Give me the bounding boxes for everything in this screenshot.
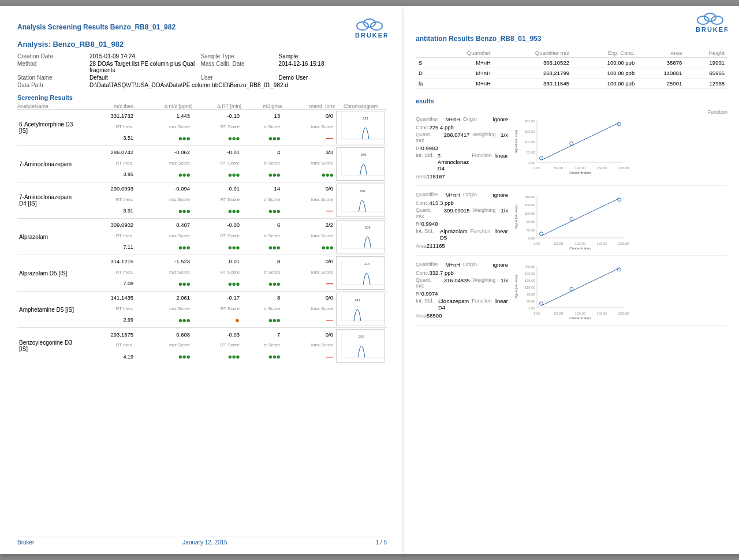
- quant-top-cell: 12968: [685, 79, 727, 89]
- calib-r2-label: R²: [416, 221, 421, 227]
- ions-score-value: ●●●: [282, 240, 335, 255]
- delta-rt-value: -0.01: [192, 182, 241, 195]
- calib-label: Function: [471, 228, 492, 241]
- quant-top-cell: 306.10522: [494, 58, 572, 68]
- rt-score-dots: ●●●: [192, 349, 241, 364]
- score-header-cell: RT theo.: [81, 341, 135, 349]
- calibration-block: QuantifierM+nHOriginignoreConc.332.7 ppb…: [416, 262, 727, 326]
- msigma-value: 8: [241, 292, 282, 304]
- calib-value: Alprazolam D5: [440, 228, 468, 241]
- mz-theo-value: 293.1575: [81, 328, 135, 341]
- svg-line-82: [542, 268, 619, 306]
- delta-mz-value: 0.608: [135, 328, 192, 341]
- calib-value: ignore: [493, 262, 508, 268]
- msigma-value: 6: [241, 219, 282, 232]
- svg-text:293: 293: [359, 335, 365, 338]
- score-header-cell: RT theo.: [81, 159, 135, 167]
- svg-point-63: [540, 232, 543, 236]
- calib-value: M+nH: [445, 192, 460, 198]
- score-header-cell: m/z Score: [135, 122, 192, 131]
- svg-text:52.00: 52.00: [527, 151, 536, 154]
- delta-rt-value: -0.10: [192, 110, 241, 122]
- rt-score-dots: ●●●: [192, 277, 241, 292]
- calib-label: Quantifier: [416, 262, 442, 268]
- svg-text:210.00: 210.00: [525, 195, 536, 199]
- mz-theo-value: 290.0993: [81, 182, 135, 195]
- mass-calib-label: Mass Calib. Date: [201, 61, 276, 73]
- method-label: Method: [17, 61, 87, 73]
- calib-label: Quant. m/z: [416, 207, 441, 219]
- calib-value: M+nH: [445, 116, 460, 122]
- mand-ions-value: 0/0: [282, 292, 335, 304]
- quant-top-cell: 19001: [685, 58, 727, 68]
- mz-score-dots: ●●●: [135, 313, 192, 328]
- score-header-cell: σ Score: [241, 304, 282, 313]
- analysis-title: Analysis: Benzo_RB8_01_982: [17, 40, 387, 48]
- calib-label: Weighting: [473, 132, 498, 143]
- svg-text:160.00: 160.00: [525, 203, 536, 207]
- page-footer: Bruker January 12, 2015 1 / 5: [17, 536, 387, 546]
- score-header-cell: Ions Score: [282, 232, 335, 240]
- score-header-cell: σ Score: [241, 341, 282, 349]
- svg-text:38.00: 38.00: [527, 300, 536, 303]
- calib-area-label: Area: [416, 243, 427, 249]
- bruker-logo-left: BRUKER: [352, 17, 387, 40]
- score-header-cell: σ Score: [241, 268, 282, 277]
- table-row: Alprazolam309.09020.407-0.0062/2309: [17, 219, 387, 232]
- svg-text:0.00: 0.00: [528, 237, 535, 240]
- svg-text:Signal (rel. area): Signal (rel. area): [514, 206, 518, 229]
- svg-text:202.00: 202.00: [525, 120, 536, 123]
- function-header: Function: [416, 109, 727, 115]
- calib-value: 1/x: [501, 132, 508, 143]
- quant-top-cell: D: [416, 68, 435, 79]
- user-value: Demo User: [279, 74, 387, 81]
- screening-results-title: Screening Results: [17, 94, 387, 101]
- calib-conc-label: Conc.: [416, 125, 430, 130]
- svg-point-44: [540, 156, 543, 160]
- svg-text:102.00: 102.00: [575, 166, 586, 170]
- ions-score-value: —: [282, 313, 335, 328]
- quant-top-cell: la: [416, 79, 435, 89]
- station-label: Station Name: [17, 74, 87, 81]
- calib-label: Quantifier: [416, 116, 442, 122]
- delta-mz-value: -1.523: [135, 255, 192, 268]
- sigma-score-dots: ●●●: [241, 277, 282, 292]
- mz-theo-value: 314.1215: [81, 255, 135, 268]
- quant-top-cell: 25901: [637, 79, 685, 89]
- rt-score-dots: ●●●: [192, 131, 241, 146]
- score-header-cell: m/z Score: [135, 268, 192, 277]
- svg-text:2.00: 2.00: [533, 242, 540, 245]
- mz-score-dots: ●●●: [135, 349, 192, 364]
- mand-ions-value: 0/0: [282, 328, 335, 341]
- data-path-label: Data Path: [17, 82, 87, 88]
- score-header-cell: RT Score: [192, 122, 241, 131]
- svg-text:118.00: 118.00: [525, 286, 536, 289]
- user-label: User: [201, 74, 276, 81]
- svg-text:102.00: 102.00: [525, 140, 536, 144]
- compound-name: 7-Aminoclonazepam: [17, 146, 81, 182]
- mand-ions-value: 0/0: [282, 255, 335, 268]
- calib-r2-value: 0.9983: [421, 145, 438, 151]
- delta-mz-value: 1.443: [135, 110, 192, 122]
- bruker-logo-right: BRUKER: [693, 12, 727, 36]
- data-path-value: D:\Data\TASQ\VT\USA_DOAs\Data\PE column …: [89, 82, 387, 88]
- delta-rt-value: -0.01: [192, 146, 241, 159]
- mand-ions-value: 3/3: [282, 146, 335, 159]
- table-row: 6-Acetylmorphine D3 [IS]331.17321.443-0.…: [17, 110, 387, 122]
- rt-theo-value: 3.91: [81, 204, 135, 219]
- table-row: 7-Aminoclonazepam286.0742-0.062-0.0143/3…: [17, 146, 387, 159]
- score-header-cell: σ Score: [241, 159, 282, 167]
- score-header-cell: Ions Score: [282, 341, 335, 349]
- footer-company: Bruker: [17, 539, 34, 546]
- score-header-cell: RT theo.: [81, 122, 135, 131]
- footer-date: January 12, 2015: [182, 539, 227, 546]
- right-page-title: antitation Results Benzo_RB8_01_953: [416, 35, 727, 43]
- svg-text:290: 290: [359, 189, 365, 193]
- sigma-score-dots: ●●●: [241, 240, 282, 255]
- score-header-cell: Ions Score: [282, 304, 335, 313]
- rt-theo-value: 3.95: [81, 167, 135, 182]
- calib-chart-svg: 202.00152.00102.0052.002.002.0052.00102.…: [514, 116, 629, 174]
- chromatogram-cell: 314: [335, 255, 387, 292]
- calib-chart-svg: 210.00160.00120.0080.0040.000.002.0052.0…: [514, 192, 629, 249]
- mand-ions-value: 0/0: [282, 110, 335, 122]
